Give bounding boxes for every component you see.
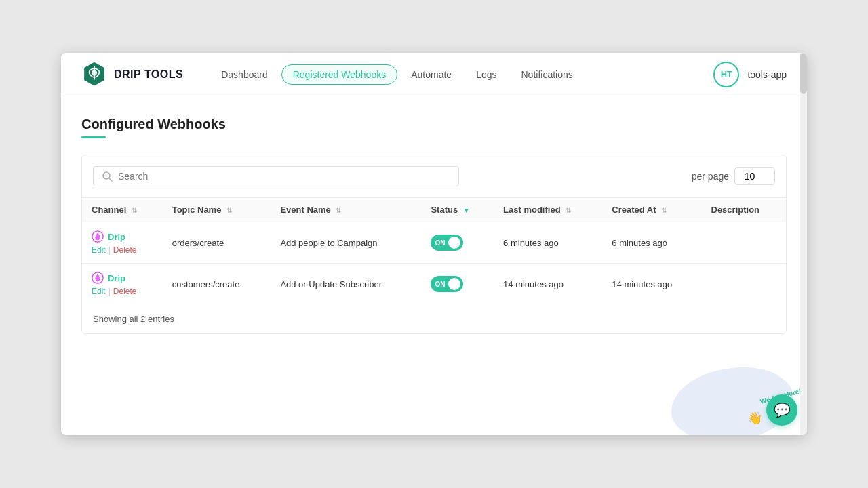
cell-created-at-0: 6 minutes ago [602,222,701,264]
blob-shape [671,367,793,435]
webhooks-table: Channel ⇅ Topic Name ⇅ Event Name ⇅ St [82,198,786,304]
event-sort-icon[interactable]: ⇅ [336,207,341,214]
status-toggle-0[interactable]: ON [431,235,463,251]
channel-name-0[interactable]: Drip [92,230,153,243]
col-channel: Channel ⇅ [82,198,163,222]
delete-link-0[interactable]: Delete [113,245,137,255]
status-toggle-1[interactable]: ON [431,276,463,292]
table-row: Drip Edit | Delete customers/create Add … [82,264,786,305]
col-event-name: Event Name ⇅ [271,198,421,222]
cell-last-modified-0: 6 minutes ago [494,222,602,264]
drip-channel-icon-1 [92,272,104,284]
nav-logs[interactable]: Logs [465,65,507,84]
cell-topic-0: orders/create [163,222,271,264]
title-underline [81,136,106,138]
cell-description-0 [702,222,787,264]
browser-window: DRIP TOOLS Dashboard Registered Webhooks… [61,53,807,435]
cell-event-0: Add people to Campaign [271,222,421,264]
table-row: Drip Edit | Delete orders/create Add peo… [82,222,786,264]
logo-icon [81,62,107,87]
last-modified-sort-icon[interactable]: ⇅ [566,207,571,214]
col-status: Status ▼ [421,198,494,222]
bottom-decoration: We Are Here! 👋 💬 [658,354,807,435]
logo-text: DRIP TOOLS [114,68,183,81]
channel-sort-icon[interactable]: ⇅ [132,207,137,214]
table-footer: Showing all 2 entries [82,304,786,333]
nav-links: Dashboard Registered Webhooks Automate L… [210,64,713,85]
separator-0: | [108,245,111,255]
chat-widget[interactable]: 💬 [766,394,797,426]
col-created-at: Created At ⇅ [602,198,701,222]
table-container: per page Channel ⇅ Topic Name ⇅ [81,155,787,334]
drip-channel-icon-0 [92,230,104,243]
col-description: Description [702,198,787,222]
per-page-input[interactable] [734,167,775,185]
cell-created-at-1: 14 minutes ago [602,264,701,305]
cell-channel-1: Drip Edit | Delete [82,264,163,305]
cell-channel-0: Drip Edit | Delete [82,222,163,264]
search-input[interactable] [118,171,450,182]
cell-status-1: ON [421,264,494,305]
per-page-area: per page [692,167,775,185]
logo-area: DRIP TOOLS [81,62,183,87]
search-icon [102,171,113,182]
table-toolbar: per page [82,155,786,198]
cell-topic-1: customers/create [163,264,271,305]
svg-line-2 [109,178,112,181]
delete-link-1[interactable]: Delete [113,287,137,296]
per-page-label: per page [692,171,729,182]
showing-entries: Showing all 2 entries [93,314,174,324]
user-avatar[interactable]: HT [713,62,739,87]
col-last-modified: Last modified ⇅ [494,198,602,222]
edit-link-1[interactable]: Edit [92,287,106,296]
col-topic-name: Topic Name ⇅ [163,198,271,222]
navbar: DRIP TOOLS Dashboard Registered Webhooks… [61,53,807,96]
cell-description-1 [702,264,787,305]
chat-icon: 💬 [774,402,791,418]
svg-point-0 [92,70,97,75]
topic-sort-icon[interactable]: ⇅ [226,207,232,214]
nav-right: HT tools-app [713,62,787,87]
we-are-here-text: We Are Here! [759,387,802,405]
cell-last-modified-1: 14 minutes ago [494,264,602,305]
scrollbar-track[interactable] [800,53,807,435]
app-name: tools-app [747,69,787,80]
scrollbar-thumb[interactable] [800,53,807,94]
cell-status-0: ON [421,222,494,264]
nav-dashboard[interactable]: Dashboard [210,65,279,84]
cell-event-1: Add or Update Subscriber [271,264,421,305]
page-title: Configured Webhooks [81,117,787,132]
main-content: Configured Webhooks per page [61,96,807,435]
status-sort-icon[interactable]: ▼ [463,207,470,214]
separator-1: | [108,287,111,296]
channel-name-1[interactable]: Drip [92,272,153,284]
nav-registered-webhooks[interactable]: Registered Webhooks [281,64,397,85]
search-wrapper [93,166,459,186]
table-header-row: Channel ⇅ Topic Name ⇅ Event Name ⇅ St [82,198,786,222]
nav-automate[interactable]: Automate [400,65,462,84]
nav-notifications[interactable]: Notifications [510,65,583,84]
wave-emoji: 👋 [747,411,762,426]
edit-link-0[interactable]: Edit [92,245,106,255]
created-at-sort-icon[interactable]: ⇅ [661,207,667,214]
